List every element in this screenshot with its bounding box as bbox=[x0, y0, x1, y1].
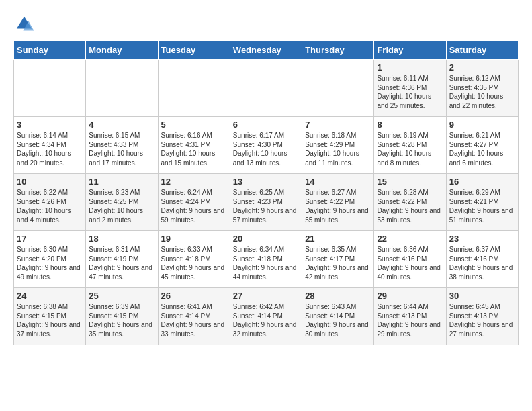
calendar-cell: 9Sunrise: 6:21 AM Sunset: 4:27 PM Daylig… bbox=[446, 117, 518, 174]
calendar-cell: 16Sunrise: 6:29 AM Sunset: 4:21 PM Dayli… bbox=[446, 174, 518, 231]
calendar-cell: 29Sunrise: 6:44 AM Sunset: 4:13 PM Dayli… bbox=[374, 288, 446, 345]
cell-info: Sunrise: 6:21 AM Sunset: 4:27 PM Dayligh… bbox=[449, 131, 515, 167]
day-number: 9 bbox=[449, 120, 515, 130]
day-number: 23 bbox=[449, 234, 515, 244]
calendar-cell: 20Sunrise: 6:34 AM Sunset: 4:18 PM Dayli… bbox=[230, 231, 302, 288]
day-header-wednesday: Wednesday bbox=[230, 41, 302, 60]
calendar-cell: 11Sunrise: 6:23 AM Sunset: 4:25 PM Dayli… bbox=[86, 174, 158, 231]
day-number: 6 bbox=[233, 120, 299, 130]
cell-info: Sunrise: 6:43 AM Sunset: 4:14 PM Dayligh… bbox=[305, 302, 371, 338]
cell-info: Sunrise: 6:25 AM Sunset: 4:23 PM Dayligh… bbox=[233, 188, 299, 224]
calendar-cell: 8Sunrise: 6:19 AM Sunset: 4:28 PM Daylig… bbox=[374, 117, 446, 174]
calendar-cell bbox=[230, 60, 302, 117]
day-number: 3 bbox=[17, 120, 83, 130]
cell-info: Sunrise: 6:12 AM Sunset: 4:35 PM Dayligh… bbox=[449, 74, 515, 110]
calendar-cell: 17Sunrise: 6:30 AM Sunset: 4:20 PM Dayli… bbox=[14, 231, 86, 288]
day-number: 22 bbox=[377, 234, 443, 244]
cell-info: Sunrise: 6:30 AM Sunset: 4:20 PM Dayligh… bbox=[17, 245, 83, 281]
calendar-cell: 1Sunrise: 6:11 AM Sunset: 4:36 PM Daylig… bbox=[374, 60, 446, 117]
day-number: 4 bbox=[89, 120, 154, 130]
calendar-cell: 26Sunrise: 6:41 AM Sunset: 4:14 PM Dayli… bbox=[158, 288, 230, 345]
day-header-monday: Monday bbox=[86, 41, 158, 60]
day-number: 7 bbox=[305, 120, 371, 130]
cell-info: Sunrise: 6:29 AM Sunset: 4:21 PM Dayligh… bbox=[449, 188, 515, 224]
day-number: 14 bbox=[305, 177, 371, 187]
cell-info: Sunrise: 6:42 AM Sunset: 4:14 PM Dayligh… bbox=[233, 302, 299, 338]
calendar-week-row: 3Sunrise: 6:14 AM Sunset: 4:34 PM Daylig… bbox=[14, 117, 519, 174]
cell-info: Sunrise: 6:14 AM Sunset: 4:34 PM Dayligh… bbox=[17, 131, 83, 167]
day-number: 29 bbox=[377, 291, 443, 301]
day-header-tuesday: Tuesday bbox=[158, 41, 230, 60]
calendar-cell: 13Sunrise: 6:25 AM Sunset: 4:23 PM Dayli… bbox=[230, 174, 302, 231]
calendar-cell: 22Sunrise: 6:36 AM Sunset: 4:16 PM Dayli… bbox=[374, 231, 446, 288]
calendar-cell: 24Sunrise: 6:38 AM Sunset: 4:15 PM Dayli… bbox=[14, 288, 86, 345]
calendar-cell: 15Sunrise: 6:28 AM Sunset: 4:22 PM Dayli… bbox=[374, 174, 446, 231]
calendar-week-row: 17Sunrise: 6:30 AM Sunset: 4:20 PM Dayli… bbox=[14, 231, 519, 288]
calendar-cell: 21Sunrise: 6:35 AM Sunset: 4:17 PM Dayli… bbox=[302, 231, 374, 288]
cell-info: Sunrise: 6:31 AM Sunset: 4:19 PM Dayligh… bbox=[89, 245, 154, 281]
day-number: 13 bbox=[233, 177, 299, 187]
cell-info: Sunrise: 6:18 AM Sunset: 4:29 PM Dayligh… bbox=[305, 131, 371, 167]
cell-info: Sunrise: 6:11 AM Sunset: 4:36 PM Dayligh… bbox=[377, 74, 443, 110]
day-number: 16 bbox=[449, 177, 515, 187]
calendar-cell bbox=[302, 60, 374, 117]
calendar-cell: 28Sunrise: 6:43 AM Sunset: 4:14 PM Dayli… bbox=[302, 288, 374, 345]
cell-info: Sunrise: 6:45 AM Sunset: 4:13 PM Dayligh… bbox=[449, 302, 515, 338]
calendar-cell bbox=[158, 60, 230, 117]
calendar-cell: 2Sunrise: 6:12 AM Sunset: 4:35 PM Daylig… bbox=[446, 60, 518, 117]
day-number: 12 bbox=[161, 177, 227, 187]
calendar-cell: 23Sunrise: 6:37 AM Sunset: 4:16 PM Dayli… bbox=[446, 231, 518, 288]
calendar-cell: 4Sunrise: 6:15 AM Sunset: 4:33 PM Daylig… bbox=[86, 117, 158, 174]
cell-info: Sunrise: 6:22 AM Sunset: 4:26 PM Dayligh… bbox=[17, 188, 83, 224]
calendar-cell: 25Sunrise: 6:39 AM Sunset: 4:15 PM Dayli… bbox=[86, 288, 158, 345]
day-number: 2 bbox=[449, 62, 515, 73]
calendar-week-row: 1Sunrise: 6:11 AM Sunset: 4:36 PM Daylig… bbox=[14, 60, 519, 117]
header bbox=[13, 13, 519, 35]
calendar-cell bbox=[86, 60, 158, 117]
calendar-cell: 12Sunrise: 6:24 AM Sunset: 4:24 PM Dayli… bbox=[158, 174, 230, 231]
logo bbox=[13, 13, 38, 35]
day-number: 8 bbox=[377, 120, 443, 130]
day-number: 30 bbox=[449, 291, 515, 301]
calendar-cell: 3Sunrise: 6:14 AM Sunset: 4:34 PM Daylig… bbox=[14, 117, 86, 174]
cell-info: Sunrise: 6:35 AM Sunset: 4:17 PM Dayligh… bbox=[305, 245, 371, 281]
day-number: 26 bbox=[161, 291, 227, 301]
cell-info: Sunrise: 6:23 AM Sunset: 4:25 PM Dayligh… bbox=[89, 188, 154, 224]
calendar-header-row: SundayMondayTuesdayWednesdayThursdayFrid… bbox=[14, 41, 519, 60]
day-number: 20 bbox=[233, 234, 299, 244]
day-number: 27 bbox=[233, 291, 299, 301]
cell-info: Sunrise: 6:17 AM Sunset: 4:30 PM Dayligh… bbox=[233, 131, 299, 167]
calendar-cell: 14Sunrise: 6:27 AM Sunset: 4:22 PM Dayli… bbox=[302, 174, 374, 231]
day-number: 1 bbox=[377, 62, 443, 73]
day-number: 25 bbox=[89, 291, 154, 301]
calendar-cell bbox=[14, 60, 86, 117]
logo-icon bbox=[13, 13, 35, 35]
day-number: 10 bbox=[17, 177, 83, 187]
day-header-friday: Friday bbox=[374, 41, 446, 60]
cell-info: Sunrise: 6:27 AM Sunset: 4:22 PM Dayligh… bbox=[305, 188, 371, 224]
calendar-week-row: 24Sunrise: 6:38 AM Sunset: 4:15 PM Dayli… bbox=[14, 288, 519, 345]
calendar-cell: 30Sunrise: 6:45 AM Sunset: 4:13 PM Dayli… bbox=[446, 288, 518, 345]
cell-info: Sunrise: 6:19 AM Sunset: 4:28 PM Dayligh… bbox=[377, 131, 443, 167]
calendar-cell: 18Sunrise: 6:31 AM Sunset: 4:19 PM Dayli… bbox=[86, 231, 158, 288]
cell-info: Sunrise: 6:44 AM Sunset: 4:13 PM Dayligh… bbox=[377, 302, 443, 338]
calendar-table: SundayMondayTuesdayWednesdayThursdayFrid… bbox=[13, 40, 519, 345]
day-header-sunday: Sunday bbox=[14, 41, 86, 60]
page-container: SundayMondayTuesdayWednesdayThursdayFrid… bbox=[0, 0, 532, 352]
day-header-saturday: Saturday bbox=[446, 41, 518, 60]
day-number: 18 bbox=[89, 234, 154, 244]
day-header-thursday: Thursday bbox=[302, 41, 374, 60]
cell-info: Sunrise: 6:24 AM Sunset: 4:24 PM Dayligh… bbox=[161, 188, 227, 224]
day-number: 19 bbox=[161, 234, 227, 244]
cell-info: Sunrise: 6:28 AM Sunset: 4:22 PM Dayligh… bbox=[377, 188, 443, 224]
day-number: 15 bbox=[377, 177, 443, 187]
cell-info: Sunrise: 6:41 AM Sunset: 4:14 PM Dayligh… bbox=[161, 302, 227, 338]
calendar-cell: 6Sunrise: 6:17 AM Sunset: 4:30 PM Daylig… bbox=[230, 117, 302, 174]
cell-info: Sunrise: 6:39 AM Sunset: 4:15 PM Dayligh… bbox=[89, 302, 154, 338]
day-number: 17 bbox=[17, 234, 83, 244]
calendar-cell: 19Sunrise: 6:33 AM Sunset: 4:18 PM Dayli… bbox=[158, 231, 230, 288]
cell-info: Sunrise: 6:33 AM Sunset: 4:18 PM Dayligh… bbox=[161, 245, 227, 281]
cell-info: Sunrise: 6:38 AM Sunset: 4:15 PM Dayligh… bbox=[17, 302, 83, 338]
calendar-week-row: 10Sunrise: 6:22 AM Sunset: 4:26 PM Dayli… bbox=[14, 174, 519, 231]
day-number: 11 bbox=[89, 177, 154, 187]
